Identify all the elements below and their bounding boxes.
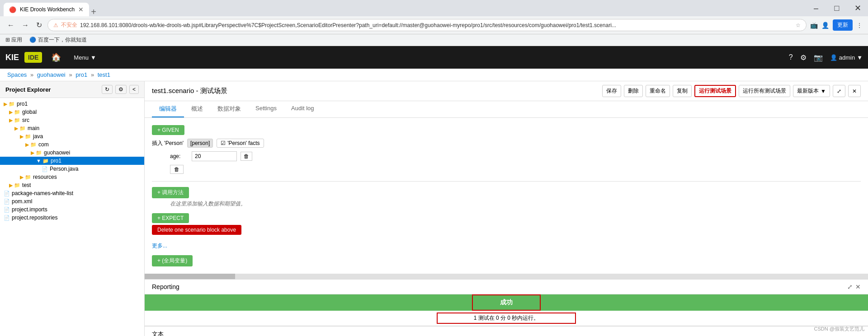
text-label: 文本: [152, 331, 164, 336]
project-explorer: Project Explorer ↻ ⚙ < ▶ 📁 pro1 ▶ 📁 glob…: [0, 81, 145, 336]
tab-settings[interactable]: Settings: [248, 101, 284, 117]
folder-icon: ▶ 📁: [4, 101, 15, 107]
delete-block-btn[interactable]: Delete one scenario block above: [152, 225, 241, 235]
global-btn[interactable]: + (全局变量): [152, 255, 193, 266]
tree-item-resources[interactable]: ▶ 📁 resources: [0, 173, 144, 181]
settings-icon[interactable]: ⚙: [800, 53, 807, 62]
help-icon[interactable]: ?: [789, 53, 793, 61]
delete-btn[interactable]: 删除: [624, 85, 643, 97]
new-tab-btn[interactable]: +: [91, 7, 96, 16]
tree-item-src[interactable]: ▶ 📁 src: [0, 116, 144, 124]
sidebar-settings-btn[interactable]: ⚙: [115, 85, 127, 94]
reporting-expand-btn[interactable]: ⤢: [847, 283, 853, 290]
sidebar-refresh-btn[interactable]: ↻: [102, 85, 113, 94]
tab-overview[interactable]: 概述: [184, 101, 210, 117]
reporting-section: Reporting ⤢ ✕ 成功 1 测试在 0 分 0 秒内运行。: [145, 279, 868, 336]
breadcrumb-user[interactable]: guohaowei: [37, 71, 66, 78]
breadcrumb-file[interactable]: test1: [98, 71, 110, 78]
run-all-btn[interactable]: 运行所有测试场景: [739, 85, 790, 97]
bookmarks-bar: ⊞ 应用 🔵 百度一下，你就知道: [0, 34, 868, 46]
folder-icon: ▶ 📁: [14, 126, 26, 131]
reporting-title: Reporting: [152, 283, 847, 290]
lock-label: 不安全: [61, 21, 77, 29]
horizontal-scrollbar[interactable]: [145, 274, 868, 279]
tree-item-global[interactable]: ▶ 📁 global: [0, 108, 144, 116]
camera-icon[interactable]: 📷: [814, 53, 823, 62]
tree-item-project-imports[interactable]: 📄 project.imports: [0, 205, 144, 214]
file-icon: 📄: [4, 215, 10, 221]
tab-audit-log[interactable]: Audit log: [284, 101, 321, 117]
given-btn[interactable]: + GIVEN: [152, 125, 184, 135]
sidebar-title: Project Explorer: [5, 86, 102, 93]
tree-item-test[interactable]: ▶ 📁 test: [0, 181, 144, 189]
tab-close-btn[interactable]: ✕: [78, 6, 84, 13]
kie-logo: KIE: [5, 53, 19, 62]
person-tag[interactable]: [person]: [187, 139, 213, 148]
sidebar-collapse-btn[interactable]: <: [129, 85, 139, 94]
run-test-btn[interactable]: 运行测试场景: [694, 85, 736, 97]
expect-btn[interactable]: + EXPECT: [152, 213, 189, 223]
age-delete-btn[interactable]: 🗑: [241, 152, 252, 161]
file-icon: 📄: [42, 166, 48, 172]
menu-btn[interactable]: Menu ▼: [70, 52, 99, 63]
user-icon: 👤: [830, 54, 837, 61]
ide-badge: IDE: [24, 52, 42, 63]
tree-item-package-names[interactable]: 📄 package-names-white-list: [0, 189, 144, 197]
expand-btn[interactable]: ⤢: [833, 85, 845, 97]
close-btn[interactable]: ✕: [847, 1, 868, 15]
editor-tabs: 编辑器 概述 数据对象 Settings Audit log: [145, 101, 868, 118]
tree-item-person-java[interactable]: 📄 Person.java: [0, 165, 144, 173]
tree-item-pom[interactable]: 📄 pom.xml: [0, 197, 144, 205]
add-field-btn[interactable]: 🗑: [170, 165, 184, 174]
close-editor-btn[interactable]: ✕: [848, 85, 861, 97]
tab-editor[interactable]: 编辑器: [152, 101, 184, 117]
user-menu[interactable]: 👤 admin ▼: [830, 54, 863, 61]
editor-body: + GIVEN 插入 'Person' [person] ☑ 'Person' …: [145, 118, 868, 274]
facts-btn[interactable]: ☑ 'Person' facts: [217, 139, 264, 148]
copy-btn[interactable]: 复制: [673, 85, 692, 97]
divider-1: [152, 181, 861, 182]
call-btn[interactable]: + 调用方法: [152, 187, 189, 198]
address-bar[interactable]: ⚠ 不安全 192.168.86.101:8080/drools-wb/kie-…: [47, 19, 807, 31]
bookmark-icon[interactable]: ☆: [796, 22, 801, 28]
scroll-thumb[interactable]: [145, 274, 235, 279]
tree-item-main[interactable]: ▶ 📁 main: [0, 124, 144, 132]
tree-item-pro1-selected[interactable]: ▼ 📁 pro1: [0, 157, 144, 165]
lock-icon: ⚠: [53, 22, 58, 28]
reporting-header: Reporting ⤢ ✕: [145, 280, 868, 294]
tree-item-com[interactable]: ▶ 📁 com: [0, 140, 144, 149]
rename-btn[interactable]: 重命名: [646, 85, 670, 97]
minimize-btn[interactable]: –: [806, 1, 826, 15]
more-link[interactable]: 更多...: [152, 242, 167, 250]
more-icon[interactable]: ⋮: [856, 22, 863, 29]
age-input[interactable]: [192, 151, 237, 161]
editor-title: test1.scenario - 测试场景: [152, 87, 602, 95]
latest-version-btn[interactable]: 最新版本 ▼: [793, 85, 830, 97]
tab-title: KIE Drools Workbench: [20, 6, 75, 13]
bookmark-baidu[interactable]: 🔵 百度一下，你就知道: [29, 36, 86, 44]
file-icon: 📄: [4, 191, 10, 196]
tree-item-guohaowei[interactable]: ▶ 📁 guohaowei: [0, 149, 144, 157]
reporting-close-btn[interactable]: ✕: [855, 283, 861, 290]
tab-data-objects[interactable]: 数据对象: [210, 101, 248, 117]
breadcrumb-project[interactable]: pro1: [75, 71, 87, 78]
maximize-btn[interactable]: □: [826, 1, 847, 15]
breadcrumb-spaces[interactable]: Spaces: [7, 71, 27, 78]
forward-btn[interactable]: →: [20, 19, 31, 31]
profile-icon[interactable]: 👤: [821, 22, 829, 29]
cast-icon[interactable]: 📺: [810, 22, 818, 29]
tree-item-pro1[interactable]: ▶ 📁 pro1: [0, 100, 144, 108]
home-btn[interactable]: 🏠: [47, 51, 65, 64]
folder-icon: ▶ 📁: [20, 174, 31, 180]
save-btn[interactable]: 保存: [602, 85, 621, 97]
update-btn[interactable]: 更新: [833, 19, 853, 31]
tree-item-java[interactable]: ▶ 📁 java: [0, 132, 144, 140]
reload-btn[interactable]: ↻: [34, 19, 44, 31]
browser-tab[interactable]: 🔴 KIE Drools Workbench ✕: [4, 3, 89, 16]
back-btn[interactable]: ←: [5, 19, 16, 31]
address-text: 192.168.86.101:8080/drools-wb/kie-drools…: [80, 22, 793, 28]
editor-header: test1.scenario - 测试场景 保存 删除 重命名 复制 运行测试场…: [145, 81, 868, 101]
folder-icon: ▶ 📁: [20, 134, 31, 140]
tree-item-project-repos[interactable]: 📄 project.repositories: [0, 214, 144, 222]
bookmark-apps[interactable]: ⊞ 应用: [5, 36, 22, 44]
